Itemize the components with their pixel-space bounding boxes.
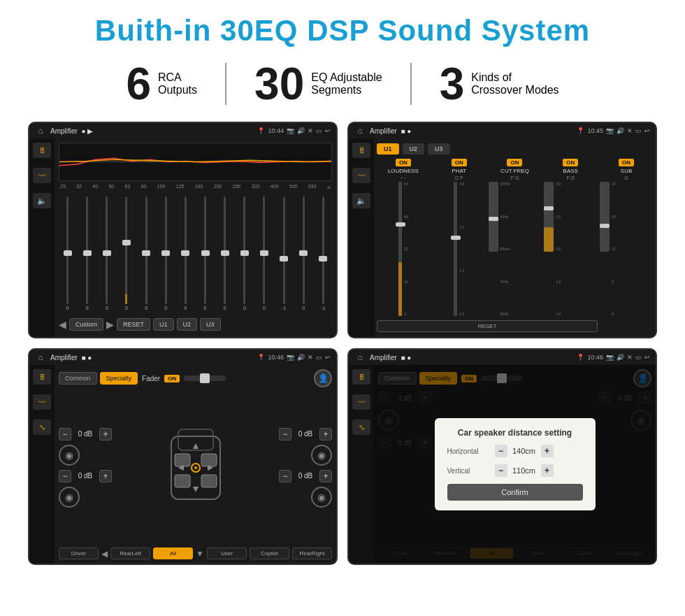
eq-u2-btn[interactable]: U2 (177, 318, 198, 331)
eq-slider-5[interactable]: 0 (157, 196, 175, 310)
fader-fl-minus[interactable]: − (59, 428, 71, 440)
eq-speaker-icon[interactable]: 🔈 (33, 193, 51, 208)
modal-confirm-btn[interactable]: Confirm (447, 484, 583, 501)
fader-all-btn[interactable]: All (153, 547, 193, 559)
location-icon-1: 📍 (257, 127, 265, 134)
eq-tune-icon[interactable]: 🎚 (33, 143, 51, 158)
eq-next-btn[interactable]: ▶ (106, 319, 114, 330)
cross-tune-icon[interactable]: 🎚 (352, 143, 370, 158)
loudness-on[interactable]: ON (396, 159, 411, 166)
eq-custom-btn[interactable]: Custom (69, 318, 103, 331)
eq-slider-7[interactable]: 0 (196, 196, 214, 310)
modal-horizontal-plus[interactable]: + (541, 445, 554, 457)
fader-fr-plus[interactable]: + (319, 428, 332, 440)
fader-fl-plus[interactable]: + (99, 428, 112, 440)
fader-rl-val: 0 dB (74, 472, 96, 480)
eq-main: 2532405063 80100125160200 25032040050063… (55, 138, 336, 337)
cross-u3-btn[interactable]: U3 (428, 143, 450, 155)
dist-expand-icon[interactable]: ⤡ (352, 420, 370, 435)
eq-u3-btn[interactable]: U3 (200, 318, 221, 331)
fader-controls: − 0 dB + ◉ − 0 dB + ◉ (59, 392, 332, 543)
home-icon-2[interactable] (354, 125, 366, 136)
fader-profile-icon[interactable]: 👤 (314, 369, 332, 387)
fader-on-badge[interactable]: ON (164, 375, 180, 382)
eq-graph (59, 143, 332, 181)
fader-rl-plus[interactable]: + (99, 470, 112, 482)
eq-u1-btn[interactable]: U1 (153, 318, 174, 331)
eq-freq-labels: 2532405063 80100125160200 25032040050063… (59, 184, 332, 191)
eq-slider-9[interactable]: 0 (236, 196, 253, 310)
cross-u1-btn[interactable]: U1 (377, 143, 399, 155)
cross-u2-btn[interactable]: U2 (403, 143, 425, 155)
modal-title: Car speaker distance setting (447, 428, 583, 438)
eq-slider-13[interactable]: -1 (315, 196, 332, 310)
fader-left-col: − 0 dB + ◉ − 0 dB + ◉ (59, 428, 112, 508)
home-icon-4[interactable] (354, 352, 366, 363)
cross-speaker-icon[interactable]: 🔈 (352, 193, 370, 208)
eq-reset-btn[interactable]: RESET (117, 318, 150, 331)
phat-on[interactable]: ON (452, 159, 467, 166)
eq-wave-icon[interactable]: 〰 (33, 168, 51, 183)
fader-rearleft-btn[interactable]: RearLeft (110, 547, 150, 559)
modal-horizontal-row: Horizontal − 140cm + (447, 445, 583, 457)
status-icons-1: 📍 10:44 📷🔊✕▭↩ (257, 127, 331, 134)
cutfreq-on[interactable]: ON (507, 159, 522, 166)
modal-vertical-plus[interactable]: + (541, 464, 554, 477)
home-icon-1[interactable] (35, 125, 46, 136)
cutfreq-label: CUT FREQ (500, 168, 529, 174)
fader-copilot-btn[interactable]: Copilot (250, 547, 289, 559)
sub-on[interactable]: ON (619, 159, 634, 166)
svg-rect-4 (201, 454, 217, 466)
fader-rr-minus[interactable]: − (279, 470, 291, 482)
eq-slider-6[interactable]: 0 (177, 196, 194, 310)
cross-wave-icon[interactable]: 〰 (352, 168, 370, 183)
modal-vertical-row: Vertical − 110cm + (447, 464, 583, 477)
eq-prev-btn[interactable]: ◀ (59, 319, 66, 330)
fader-driver-btn[interactable]: Driver (59, 547, 99, 559)
fader-h-slider[interactable] (184, 375, 226, 381)
fader-expand-icon[interactable]: ⤡ (33, 420, 51, 435)
eq-slider-1[interactable]: 0 (78, 196, 96, 310)
fader-bottom: Driver ◀ RearLeft All ▼ User Copilot Rea… (59, 547, 332, 559)
dist-side-icons: 🎚 〰 ⤡ (349, 365, 374, 564)
eq-slider-8[interactable]: 0 (216, 196, 233, 310)
eq-sliders: 0 0 0 5 0 0 0 0 0 0 0 -1 0 -1 (59, 194, 332, 313)
fader-fr-minus[interactable]: − (279, 428, 291, 440)
modal-horizontal-minus[interactable]: − (495, 445, 507, 457)
eq-slider-3[interactable]: 5 (117, 196, 135, 310)
fader-rearright-btn[interactable]: RearRight (292, 547, 332, 559)
dist-wave-icon[interactable]: 〰 (352, 394, 370, 410)
fader-user-btn[interactable]: User (207, 547, 247, 559)
dist-tune-icon[interactable]: 🎚 (352, 369, 370, 385)
eq-slider-4[interactable]: 0 (138, 196, 155, 310)
phat-label: PHAT (452, 168, 466, 174)
modal-vertical-minus[interactable]: − (495, 464, 507, 477)
modal-horizontal-label: Horizontal (447, 447, 489, 455)
fader-left-arrow: ◀ (101, 549, 108, 559)
fader-tab-common[interactable]: Common (59, 372, 97, 385)
svg-marker-10 (193, 487, 199, 492)
fader-label: Fader (142, 375, 160, 382)
fader-rl-minus[interactable]: − (59, 470, 71, 482)
eq-slider-10[interactable]: 0 (255, 196, 273, 310)
eq-slider-0[interactable]: 0 (59, 196, 76, 310)
home-icon-3[interactable] (35, 352, 46, 363)
fader-tab-specialty[interactable]: Specialty (100, 372, 138, 385)
fader-wave-icon[interactable]: 〰 (33, 394, 51, 410)
fader-tune-icon[interactable]: 🎚 (33, 369, 51, 385)
cross-reset-btn[interactable]: RESET (377, 320, 598, 332)
fader-label-row: Fader ON (142, 375, 226, 382)
fader-db-row-rl: − 0 dB + (59, 470, 112, 482)
fader-fl-val: 0 dB (74, 430, 96, 438)
fader-fr-speaker: ◉ (311, 445, 332, 466)
status-bar-1: Amplifier ● ▶ 📍 10:44 📷🔊✕▭↩ (29, 123, 336, 138)
eq-slider-12[interactable]: 0 (295, 196, 312, 310)
eq-slider-2[interactable]: 0 (98, 196, 115, 310)
eq-slider-11[interactable]: -1 (275, 196, 293, 310)
stat-crossover: 3 Kinds of Crossover Modes (412, 62, 587, 106)
fader-rr-plus[interactable]: + (319, 470, 332, 482)
modal-horizontal-stepper: − 140cm + (495, 445, 554, 457)
fader-fr-val: 0 dB (294, 430, 317, 438)
bass-on[interactable]: ON (563, 159, 578, 166)
cross-channels: ON LOUDNESS ~~ 644832160 (377, 159, 653, 316)
